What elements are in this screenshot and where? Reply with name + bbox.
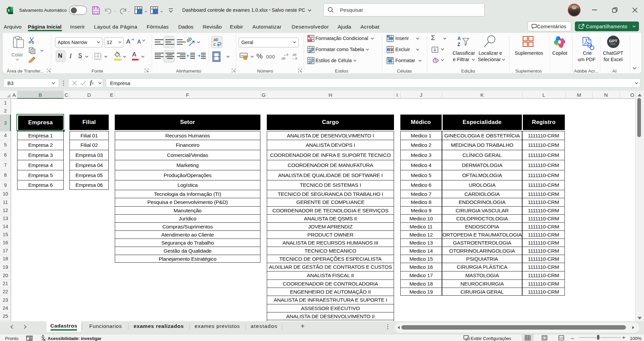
svg-text:←0: ←0: [283, 53, 288, 56]
svg-text:c: c: [213, 42, 215, 47]
svg-text:,00: ,00: [292, 53, 296, 56]
svg-text:A: A: [457, 36, 461, 41]
svg-text:→,0: →,0: [291, 56, 297, 60]
svg-text:,00: ,00: [281, 56, 285, 60]
svg-text:ab: ab: [213, 37, 218, 42]
svg-text:Z: Z: [457, 42, 460, 47]
svg-text:X: X: [7, 8, 10, 12]
